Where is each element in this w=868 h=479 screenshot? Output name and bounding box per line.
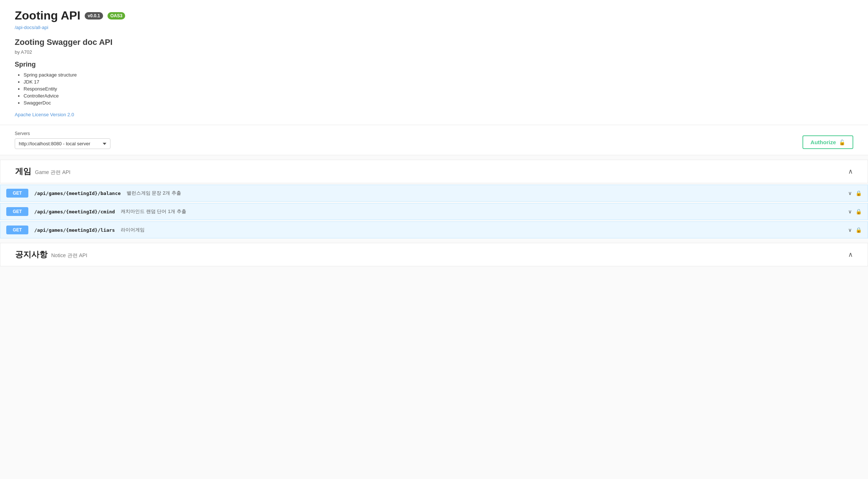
server-select[interactable]: http://localhost:8080 - local server xyxy=(15,138,110,149)
spring-list-item: ResponseEntity xyxy=(24,86,853,92)
section-header-game[interactable]: 게임 Game 관련 API ∧ xyxy=(0,160,868,183)
endpoint-row[interactable]: GET /api/games/{meetingId}/balance 밸런스게임… xyxy=(0,185,868,202)
endpoint-chevron-icon: ∨ xyxy=(848,209,852,214)
spring-list-item: ControllerAdvice xyxy=(24,93,853,99)
chevron-icon-game: ∧ xyxy=(848,167,853,175)
authorize-label: Authorize xyxy=(811,139,836,145)
endpoint-lock-icon: 🔒 xyxy=(855,227,862,233)
api-title: Zooting API xyxy=(15,9,80,22)
spring-list-item: JDK 17 xyxy=(24,79,853,85)
endpoint-description: 캐치마인드 랜덤 단어 1개 추출 xyxy=(121,208,186,215)
lock-icon: 🔓 xyxy=(839,139,845,145)
section-title-kr-notice: 공지사항 xyxy=(15,249,47,260)
spring-title: Spring xyxy=(15,61,853,68)
endpoint-description: 라이어게임 xyxy=(121,227,145,233)
section-title-notice: 공지사항 Notice 관련 API xyxy=(15,249,87,260)
spring-list-item: Spring package structure xyxy=(24,72,853,78)
method-badge: GET xyxy=(6,207,28,216)
endpoint-path: /api/games/{meetingId}/liars xyxy=(34,227,115,233)
api-description-title: Zooting Swagger doc API xyxy=(15,38,853,47)
section-title-game: 게임 Game 관련 API xyxy=(15,166,70,177)
oas3-badge: OAS3 xyxy=(107,12,126,19)
license-link[interactable]: Apache License Version 2.0 xyxy=(15,112,74,117)
authorize-button[interactable]: Authorize 🔓 xyxy=(802,135,853,149)
servers-label: Servers xyxy=(15,131,110,136)
endpoint-description: 밸런스게임 문장 2개 추출 xyxy=(127,190,181,196)
endpoint-actions: ∨ 🔒 xyxy=(848,190,862,196)
section-title-en-game: Game 관련 API xyxy=(35,169,70,176)
api-header: Zooting API v0.0.1 OAS3 /api-docs/all-ap… xyxy=(0,0,868,125)
api-sections: 게임 Game 관련 API ∧ GET /api/games/{meeting… xyxy=(0,160,868,266)
spring-list: Spring package structureJDK 17ResponseEn… xyxy=(15,72,853,106)
servers-bar: Servers http://localhost:8080 - local se… xyxy=(0,125,868,155)
section-notice: 공지사항 Notice 관련 API ∧ xyxy=(0,243,868,266)
endpoint-chevron-icon: ∨ xyxy=(848,227,852,233)
section-title-kr-game: 게임 xyxy=(15,166,31,177)
endpoint-chevron-icon: ∨ xyxy=(848,190,852,196)
endpoint-path: /api/games/{meetingId}/cmind xyxy=(34,209,115,214)
spring-list-item: SwaggerDoc xyxy=(24,100,853,106)
servers-section: Servers http://localhost:8080 - local se… xyxy=(15,131,110,149)
chevron-icon-notice: ∧ xyxy=(848,251,853,259)
method-badge: GET xyxy=(6,226,28,234)
section-title-en-notice: Notice 관련 API xyxy=(51,252,87,259)
endpoint-row[interactable]: GET /api/games/{meetingId}/cmind 캐치마인드 랜… xyxy=(0,203,868,220)
section-header-notice[interactable]: 공지사항 Notice 관련 API ∧ xyxy=(0,243,868,266)
api-title-row: Zooting API v0.0.1 OAS3 xyxy=(15,9,853,22)
endpoint-actions: ∨ 🔒 xyxy=(848,227,862,233)
endpoint-lock-icon: 🔒 xyxy=(855,190,862,196)
version-badge: v0.0.1 xyxy=(85,12,103,19)
endpoint-path: /api/games/{meetingId}/balance xyxy=(34,191,121,196)
section-game: 게임 Game 관련 API ∧ GET /api/games/{meeting… xyxy=(0,160,868,238)
method-badge: GET xyxy=(6,189,28,198)
api-by: by A702 xyxy=(15,49,853,55)
api-url-link[interactable]: /api-docs/all-api xyxy=(15,25,853,30)
endpoint-row[interactable]: GET /api/games/{meetingId}/liars 라이어게임 ∨… xyxy=(0,221,868,238)
endpoint-lock-icon: 🔒 xyxy=(855,209,862,214)
endpoint-actions: ∨ 🔒 xyxy=(848,209,862,214)
